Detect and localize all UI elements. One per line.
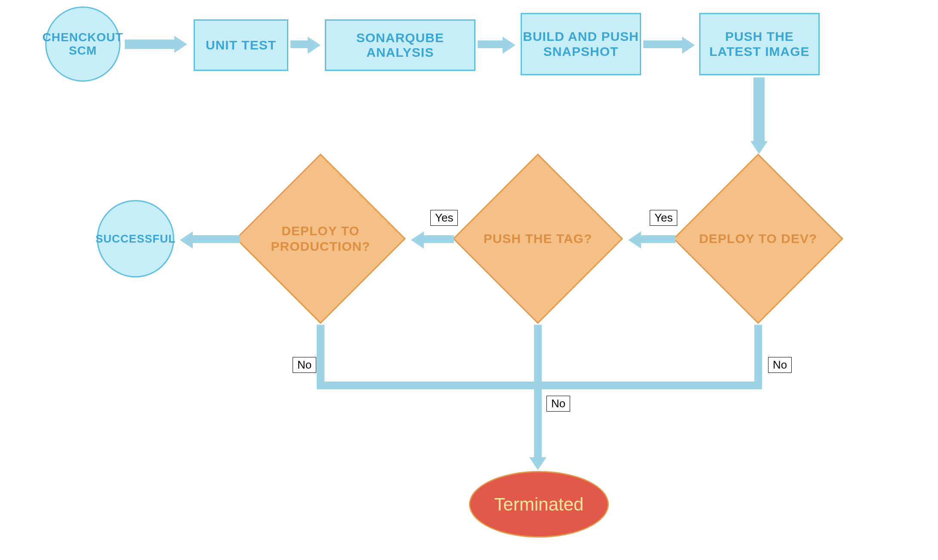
arrow-tag-no-head (529, 457, 546, 470)
node-push-tag: PUSH THE TAG? (478, 178, 598, 299)
label-yes-2: Yes (430, 210, 458, 226)
arrow-dev-no (754, 325, 762, 389)
arrow-3-head (503, 37, 515, 54)
node-checkout-scm-label: CHENCKOUT SCM (43, 31, 123, 58)
arrow-tag-prod-head (411, 231, 424, 249)
node-sonarqube: SONARQUBE ANALYSIS (325, 19, 475, 71)
node-push-tag-label: PUSH THE TAG? (478, 231, 598, 246)
arrow-5-head (750, 141, 768, 154)
node-successful-label: SUCCESSFUL (96, 233, 176, 245)
node-unit-test: UNIT TEST (194, 19, 288, 71)
arrow-2-head (308, 37, 321, 54)
label-yes-1: Yes (650, 210, 677, 226)
node-terminated-label: Terminated (494, 494, 584, 515)
arrow-tag-no (534, 325, 542, 458)
node-deploy-prod-label: DEPLOY TO PRODUCTION? (260, 223, 381, 254)
node-push-latest-image: PUSH THE LATEST IMAGE (699, 13, 820, 75)
node-build-push-snapshot-label: BUILD AND PUSH SNAPSHOT (522, 29, 640, 59)
arrow-1-head (174, 36, 187, 53)
node-unit-test-label: UNIT TEST (206, 38, 276, 53)
arrow-1 (125, 40, 174, 49)
arrow-prod-success (193, 235, 240, 243)
node-deploy-dev: DEPLOY TO DEV? (698, 178, 818, 299)
node-deploy-dev-label: DEPLOY TO DEV? (698, 231, 818, 246)
arrow-2 (290, 40, 308, 48)
arrow-5 (753, 77, 765, 142)
node-sonarqube-label: SONARQUBE ANALYSIS (326, 31, 474, 60)
arrow-3 (478, 40, 503, 48)
arrow-tag-prod (424, 235, 454, 243)
arrow-dev-tag-head (628, 231, 641, 249)
node-terminated: Terminated (469, 471, 609, 538)
node-deploy-prod: DEPLOY TO PRODUCTION? (260, 178, 381, 299)
label-no-dev: No (768, 357, 792, 373)
node-checkout-scm: CHENCKOUT SCM (45, 6, 120, 82)
label-no-tag: No (546, 396, 570, 412)
arrow-4 (643, 40, 682, 48)
node-build-push-snapshot: BUILD AND PUSH SNAPSHOT (521, 13, 641, 75)
label-no-prod: No (293, 357, 316, 373)
arrow-prod-success-head (180, 231, 193, 249)
arrow-dev-tag (641, 235, 676, 243)
arrow-4-head (682, 37, 695, 54)
node-successful: SUCCESSFUL (97, 200, 174, 277)
arrow-prod-no (317, 325, 324, 389)
node-push-latest-image-label: PUSH THE LATEST IMAGE (700, 29, 818, 59)
